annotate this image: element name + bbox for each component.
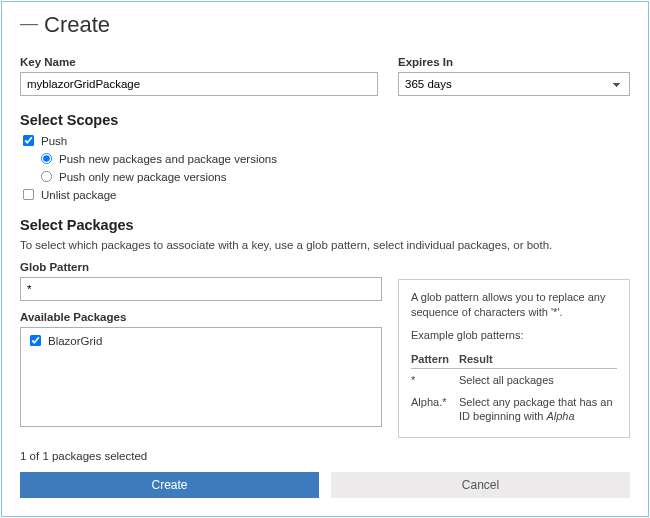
create-button[interactable]: Create — [20, 472, 319, 498]
push-only-radio[interactable] — [41, 171, 52, 182]
expires-label: Expires In — [398, 56, 630, 68]
glob-examples-table: Pattern Result * Select all packages Alp… — [411, 351, 617, 428]
table-row: Alpha.* Select any package that has an I… — [411, 391, 617, 428]
create-header: — Create — [20, 12, 630, 42]
available-packages-box: BlazorGrid — [20, 327, 382, 427]
packages-help: To select which packages to associate wi… — [20, 239, 630, 251]
key-name-label: Key Name — [20, 56, 378, 68]
push-new-radio[interactable] — [41, 153, 52, 164]
push-new-label: Push new packages and package versions — [59, 153, 277, 165]
collapse-icon[interactable]: — — [20, 14, 38, 32]
glob-help-panel: A glob pattern allows you to replace any… — [398, 279, 630, 438]
packages-heading: Select Packages — [20, 217, 630, 233]
push-checkbox[interactable] — [23, 135, 34, 146]
push-label: Push — [41, 135, 67, 147]
available-label: Available Packages — [20, 311, 382, 323]
key-name-input[interactable] — [20, 72, 378, 96]
cancel-button[interactable]: Cancel — [331, 472, 630, 498]
expires-select[interactable]: 365 days — [398, 72, 630, 96]
glob-help-example-heading: Example glob patterns: — [411, 328, 617, 343]
glob-help-intro: A glob pattern allows you to replace any… — [411, 290, 617, 320]
scopes-heading: Select Scopes — [20, 112, 630, 128]
package-checkbox[interactable] — [30, 335, 41, 346]
table-row: * Select all packages — [411, 368, 617, 391]
page-title: Create — [44, 12, 110, 38]
package-name: BlazorGrid — [48, 335, 102, 347]
list-item: BlazorGrid — [29, 334, 373, 347]
selected-count: 1 of 1 packages selected — [20, 450, 630, 462]
glob-label: Glob Pattern — [20, 261, 382, 273]
push-only-label: Push only new package versions — [59, 171, 227, 183]
unlist-checkbox[interactable] — [23, 189, 34, 200]
glob-input[interactable] — [20, 277, 382, 301]
unlist-label: Unlist package — [41, 189, 116, 201]
